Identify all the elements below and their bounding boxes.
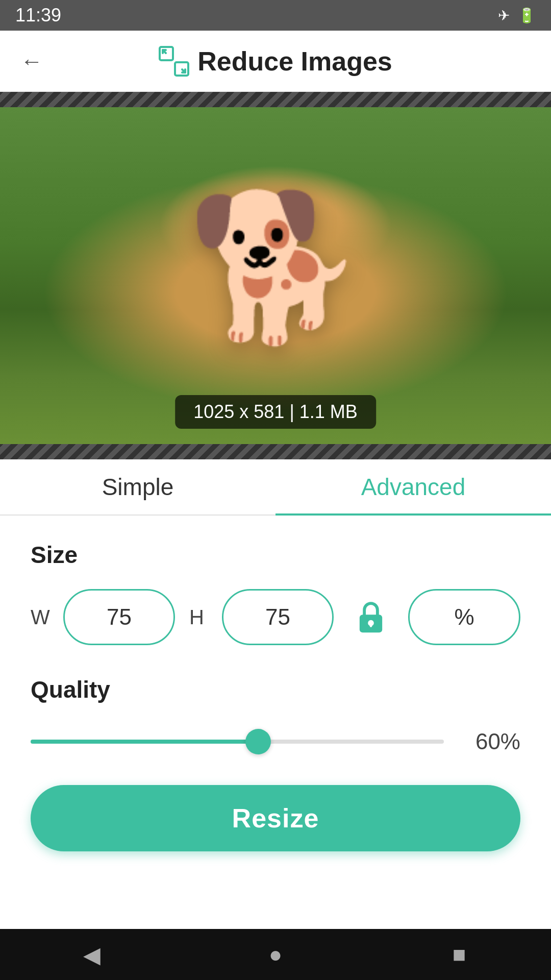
lock-icon: [356, 599, 386, 635]
bottom-nav: ◀ ● ■: [0, 929, 551, 980]
width-input[interactable]: 75: [63, 589, 175, 645]
nav-back-icon: ◀: [83, 942, 101, 968]
tabs-container: Simple Advanced: [0, 459, 551, 516]
size-row: W 75 H 75 %: [31, 589, 520, 645]
quality-section: Quality 60%: [31, 676, 520, 754]
back-button[interactable]: ←: [20, 48, 43, 74]
tab-advanced[interactable]: Advanced: [276, 459, 551, 514]
stripe-top: [0, 92, 551, 107]
nav-recent-button[interactable]: ■: [434, 934, 485, 975]
content-area: Size W 75 H 75 % Quali: [0, 516, 551, 872]
slider-thumb[interactable]: [245, 729, 271, 754]
app-header: ← Reduce Images: [0, 31, 551, 92]
dog-image: 1025 x 581 | 1.1 MB: [0, 107, 551, 444]
logo-icon: [159, 46, 189, 77]
svg-rect-4: [370, 623, 372, 627]
stripe-bottom: [0, 444, 551, 459]
quality-section-label: Quality: [31, 676, 520, 703]
height-input[interactable]: 75: [222, 589, 334, 645]
status-time: 11:39: [15, 5, 61, 26]
slider-track-fill: [31, 740, 258, 744]
tab-simple[interactable]: Simple: [0, 459, 276, 514]
size-section-label: Size: [31, 541, 520, 569]
slider-row: 60%: [31, 729, 520, 754]
image-info-overlay: 1025 x 581 | 1.1 MB: [175, 395, 376, 429]
airplane-icon: ✈: [498, 7, 510, 24]
quality-slider[interactable]: [31, 738, 444, 745]
nav-recent-icon: ■: [453, 942, 466, 967]
lock-button[interactable]: [348, 594, 394, 640]
status-bar: 11:39 ✈ 🔋: [0, 0, 551, 31]
image-dimensions-label: 1025 x 581 | 1.1 MB: [193, 401, 358, 422]
width-label: W: [31, 606, 49, 629]
app-title: Reduce Images: [197, 46, 392, 77]
height-label: H: [189, 606, 208, 629]
tab-indicator: [276, 513, 551, 516]
size-section: Size W 75 H 75 %: [31, 541, 520, 645]
status-icons: ✈ 🔋: [498, 7, 536, 24]
nav-home-icon: ●: [269, 942, 283, 967]
header-logo: Reduce Images: [159, 46, 392, 77]
image-preview-wrapper: 1025 x 581 | 1.1 MB: [0, 92, 551, 459]
quality-value: 60%: [459, 729, 520, 754]
nav-home-button[interactable]: ●: [250, 934, 301, 975]
resize-button-label: Resize: [232, 803, 319, 834]
battery-icon: 🔋: [518, 7, 536, 24]
nav-back-button[interactable]: ◀: [66, 934, 117, 975]
resize-button[interactable]: Resize: [31, 785, 520, 851]
percent-input[interactable]: %: [408, 589, 520, 645]
